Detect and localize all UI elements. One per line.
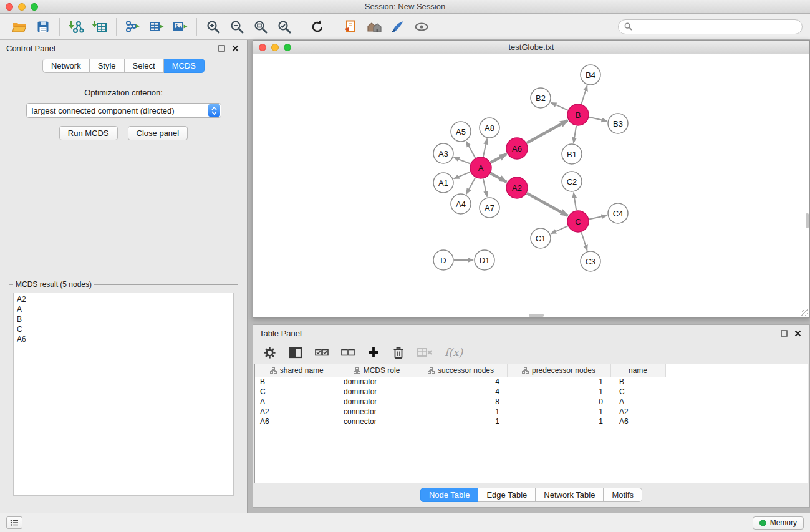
graph-node[interactable]: A7 bbox=[480, 198, 499, 218]
result-item[interactable]: A bbox=[16, 304, 231, 314]
deselect-all-button[interactable] bbox=[341, 344, 355, 360]
cell-predecessor-nodes[interactable]: 1 bbox=[507, 417, 610, 427]
tab-network[interactable]: Network bbox=[42, 59, 90, 73]
zoom-network-window-button[interactable] bbox=[284, 44, 291, 51]
graph-node[interactable]: D1 bbox=[475, 250, 494, 270]
graph-node[interactable]: C bbox=[567, 211, 589, 232]
result-item[interactable]: A2 bbox=[16, 294, 231, 304]
tab-select[interactable]: Select bbox=[125, 59, 164, 73]
graph-edge[interactable] bbox=[589, 117, 607, 121]
graph-node[interactable]: B1 bbox=[562, 144, 582, 164]
cell-name[interactable]: A bbox=[610, 397, 665, 407]
column-header-successor-nodes[interactable]: successor nodes bbox=[415, 364, 507, 377]
cell-successor-nodes[interactable]: 1 bbox=[415, 407, 507, 417]
close-panel-button-secondary[interactable]: Close panel bbox=[128, 126, 188, 140]
table-row[interactable]: A6connector11A6 bbox=[255, 417, 808, 427]
export-table-button[interactable] bbox=[145, 16, 168, 37]
tab-node-table[interactable]: Node Table bbox=[420, 488, 479, 502]
graph-node[interactable]: C4 bbox=[608, 203, 628, 223]
resize-grip[interactable] bbox=[801, 309, 809, 317]
graph-edge[interactable] bbox=[454, 172, 471, 179]
cell-mcds-role[interactable]: dominator bbox=[339, 377, 415, 387]
graph-edge[interactable] bbox=[466, 142, 476, 158]
graph-node[interactable]: C2 bbox=[562, 172, 582, 191]
cell-mcds-role[interactable]: connector bbox=[339, 407, 415, 417]
cell-predecessor-nodes[interactable]: 0 bbox=[507, 397, 610, 407]
brush-button[interactable] bbox=[386, 16, 410, 37]
table-settings-button[interactable] bbox=[263, 344, 276, 360]
cell-mcds-role[interactable]: dominator bbox=[339, 387, 415, 397]
function-builder-button[interactable]: f(x) bbox=[445, 344, 463, 360]
graph-edge[interactable] bbox=[483, 179, 487, 197]
result-item[interactable]: C bbox=[16, 324, 231, 334]
column-header-predecessor-nodes[interactable]: predecessor nodes bbox=[507, 364, 610, 377]
result-item[interactable]: B bbox=[16, 314, 231, 324]
graph-node[interactable]: A3 bbox=[433, 143, 453, 163]
memory-button[interactable]: Memory bbox=[753, 516, 804, 530]
column-header-name[interactable]: name bbox=[610, 364, 665, 377]
graph-edge[interactable] bbox=[581, 232, 587, 251]
column-header-mcds-role[interactable]: MCDS role bbox=[339, 364, 415, 377]
criterion-dropdown[interactable]: largest connected component (directed) bbox=[26, 103, 221, 118]
graph-edge[interactable] bbox=[581, 85, 587, 104]
vertical-scrollbar-thumb[interactable] bbox=[806, 213, 809, 228]
tab-edge-table[interactable]: Edge Table bbox=[478, 488, 536, 502]
graph-edge[interactable] bbox=[574, 126, 576, 143]
column-visibility-button[interactable] bbox=[289, 344, 302, 360]
cell-name[interactable]: C bbox=[610, 387, 665, 397]
graph-node[interactable]: C1 bbox=[531, 228, 551, 248]
cell-successor-nodes[interactable]: 4 bbox=[415, 387, 507, 397]
cell-shared-name[interactable]: B bbox=[255, 377, 339, 387]
search-input[interactable] bbox=[636, 22, 796, 31]
graph-edge[interactable] bbox=[551, 226, 567, 233]
float-panel-button[interactable] bbox=[216, 42, 227, 54]
graph-edge[interactable] bbox=[454, 157, 470, 163]
graph-edge[interactable] bbox=[589, 216, 607, 220]
graph-node[interactable]: B4 bbox=[581, 65, 600, 85]
search-field[interactable] bbox=[618, 19, 803, 34]
cell-mcds-role[interactable]: dominator bbox=[339, 397, 415, 407]
import-table-button[interactable] bbox=[88, 16, 112, 37]
table-row[interactable]: Bdominator41B bbox=[255, 377, 808, 387]
cell-successor-nodes[interactable]: 4 bbox=[415, 377, 507, 387]
table-row[interactable]: Adominator80A bbox=[255, 397, 808, 407]
delete-column-button[interactable] bbox=[392, 344, 405, 360]
tab-motifs[interactable]: Motifs bbox=[604, 488, 642, 502]
export-image-button[interactable] bbox=[168, 16, 192, 37]
close-table-panel-button[interactable] bbox=[792, 327, 803, 339]
zoom-fit-button[interactable] bbox=[249, 16, 272, 37]
float-table-panel-button[interactable] bbox=[778, 327, 789, 339]
table-row[interactable]: A2connector11A2 bbox=[255, 407, 808, 417]
import-network-button[interactable] bbox=[64, 16, 88, 37]
session-document-button[interactable] bbox=[339, 16, 362, 37]
minimize-network-window-button[interactable] bbox=[271, 44, 279, 51]
close-network-window-button[interactable] bbox=[259, 44, 266, 51]
graphics-details-button[interactable] bbox=[410, 16, 433, 37]
cell-name[interactable]: A2 bbox=[610, 407, 665, 417]
graph-node[interactable]: A bbox=[470, 157, 491, 178]
graph-edge[interactable] bbox=[466, 178, 476, 194]
cell-predecessor-nodes[interactable]: 1 bbox=[507, 377, 610, 387]
graph-edge[interactable] bbox=[574, 193, 576, 210]
tab-network-table[interactable]: Network Table bbox=[536, 488, 604, 502]
graph-node[interactable]: B3 bbox=[608, 114, 628, 133]
task-history-button[interactable] bbox=[6, 516, 22, 529]
cell-mcds-role[interactable]: connector bbox=[339, 417, 415, 427]
graph-node[interactable]: A8 bbox=[480, 118, 499, 138]
cell-shared-name[interactable]: A2 bbox=[255, 407, 339, 417]
graph-node[interactable]: A4 bbox=[451, 194, 471, 214]
minimize-window-button[interactable] bbox=[18, 3, 26, 11]
graph-node[interactable]: D bbox=[433, 250, 453, 270]
horizontal-scrollbar-thumb[interactable] bbox=[529, 314, 544, 317]
graph-node[interactable]: A1 bbox=[433, 173, 453, 193]
delete-table-button[interactable] bbox=[417, 344, 432, 360]
cell-name[interactable]: A6 bbox=[610, 417, 665, 427]
graph-edge[interactable] bbox=[551, 102, 567, 110]
export-network-button[interactable] bbox=[121, 16, 145, 37]
apply-layout-button[interactable] bbox=[306, 16, 329, 37]
cell-shared-name[interactable]: A6 bbox=[255, 417, 339, 427]
graph-edge[interactable] bbox=[483, 139, 487, 157]
cell-shared-name[interactable]: C bbox=[255, 387, 339, 397]
open-session-button[interactable] bbox=[7, 16, 31, 37]
run-mcds-button[interactable]: Run MCDS bbox=[59, 126, 118, 140]
